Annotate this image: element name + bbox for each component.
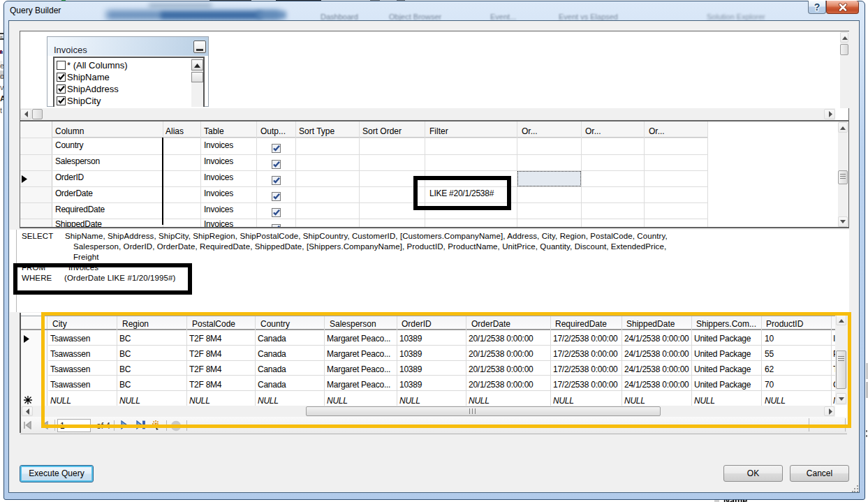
svg-text:?: ? <box>814 2 821 13</box>
